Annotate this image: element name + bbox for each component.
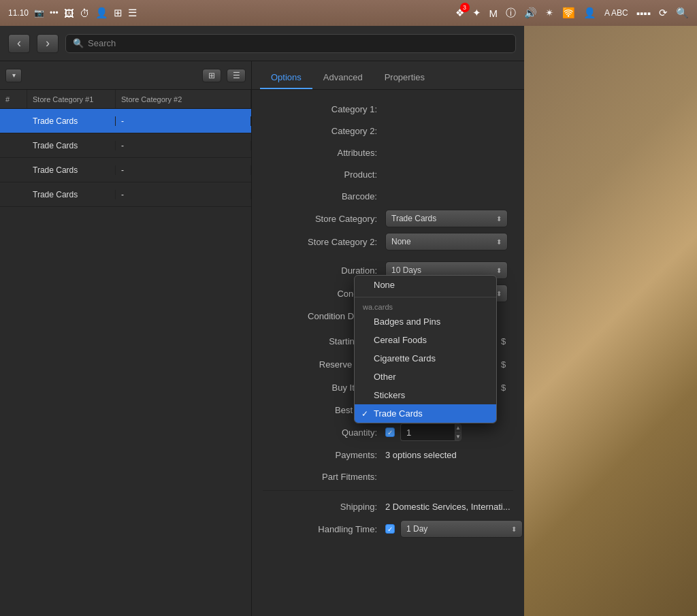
handling-time-checkbox[interactable]: ✓ bbox=[385, 524, 395, 534]
mail-icon[interactable]: M bbox=[489, 7, 498, 19]
search-menubar-icon[interactable]: 🔍 bbox=[676, 7, 689, 19]
handling-time-dropdown[interactable]: 1 Day ⬍ bbox=[400, 520, 523, 538]
cell-cat2: - bbox=[116, 116, 251, 126]
top-toolbar: ‹ › 🔍 Search bbox=[0, 26, 524, 61]
category1-label: Category 1: bbox=[263, 104, 385, 114]
cell-cat2: - bbox=[116, 190, 251, 199]
shipping-label: Shipping: bbox=[263, 502, 385, 512]
barcode-row: Barcode: bbox=[252, 185, 524, 207]
attributes-label: Attributes: bbox=[263, 148, 385, 158]
shipping-control: 2 Domestic Services, Internati... bbox=[385, 502, 513, 512]
starting-bid-currency: $ bbox=[501, 336, 506, 346]
trade-cards-label: Trade Cards bbox=[374, 408, 423, 419]
dropdown-item-cereal[interactable]: Cereal Foods bbox=[355, 331, 496, 349]
cell-cat1: Trade Cards bbox=[27, 116, 116, 126]
dropbox-icon[interactable]: ❖ 3 bbox=[455, 7, 464, 19]
cell-cat1: Trade Cards bbox=[27, 141, 116, 150]
camera-icon[interactable]: 🖼 bbox=[64, 7, 74, 19]
handling-time-control: ✓ 1 Day ⬍ bbox=[385, 520, 523, 538]
table-row[interactable]: Trade Cards - bbox=[0, 158, 251, 182]
table-body: Trade Cards - Trade Cards - Trade Cards … bbox=[0, 109, 251, 616]
user2-icon[interactable]: 👤 bbox=[583, 7, 596, 19]
left-panel: ▾ ⊞ ☰ # Store Category #1 Store Category… bbox=[0, 61, 252, 616]
cell-cat2: - bbox=[116, 141, 251, 150]
category2-label: Category 2: bbox=[263, 126, 385, 136]
handling-time-row: Handling Time: ✓ 1 Day ⬍ bbox=[252, 517, 524, 540]
dropbox2-icon[interactable]: ✦ bbox=[472, 7, 481, 19]
store-category2-row: Store Category 2: None ⬍ bbox=[252, 230, 524, 253]
info-icon[interactable]: ⓘ bbox=[506, 7, 516, 20]
keyboard-icon[interactable]: A ABC bbox=[604, 8, 628, 18]
forward-button[interactable]: › bbox=[37, 34, 59, 53]
tab-options[interactable]: Options bbox=[260, 67, 312, 89]
store-category2-value: None bbox=[391, 237, 411, 246]
check-icon: ✓ bbox=[387, 429, 393, 436]
cell-cat1: Trade Cards bbox=[27, 190, 116, 199]
volume-icon[interactable]: 🔊 bbox=[524, 7, 537, 19]
dropdown-item-other[interactable]: Other bbox=[355, 368, 496, 386]
store-category-row: Store Category: Trade Cards ⬍ None bbox=[252, 207, 524, 230]
cigarette-label: Cigarette Cards bbox=[374, 353, 436, 363]
column-header-cat1: Store Category #1 bbox=[27, 90, 116, 108]
other-label: Other bbox=[374, 372, 396, 382]
shipping-row: Shipping: 2 Domestic Services, Internati… bbox=[252, 496, 524, 517]
back-button[interactable]: ‹ bbox=[8, 34, 30, 53]
payments-control: 3 options selected bbox=[385, 450, 513, 460]
tab-advanced[interactable]: Advanced bbox=[312, 67, 374, 89]
quantity-checkbox[interactable]: ✓ bbox=[385, 427, 395, 437]
store-category-label: Store Category: bbox=[263, 214, 385, 224]
start-button[interactable]: 📷 bbox=[34, 8, 44, 18]
store-category2-dropdown[interactable]: None ⬍ bbox=[385, 233, 508, 250]
form-area: Category 1: Category 2: Attributes: bbox=[252, 90, 524, 616]
search-bar[interactable]: 🔍 Search bbox=[65, 34, 516, 53]
spinner-up[interactable]: ▲ bbox=[455, 424, 461, 433]
time-display: 11.10 bbox=[8, 8, 29, 18]
product-row: Product: bbox=[252, 163, 524, 185]
product-label: Product: bbox=[263, 169, 385, 180]
hamburger-icon[interactable]: ☰ bbox=[128, 7, 137, 19]
grid-view-button[interactable]: ⊞ bbox=[202, 69, 221, 82]
spinner-down[interactable]: ▼ bbox=[455, 433, 461, 441]
dropdown-toggle[interactable]: ▾ bbox=[5, 69, 22, 82]
app-window: ‹ › 🔍 Search ▾ ⊞ ☰ # Store bbox=[0, 26, 697, 616]
table-header: # Store Category #1 Store Category #2 bbox=[0, 90, 251, 109]
part-fitments-label: Part Fitments: bbox=[263, 472, 385, 482]
spinner-arrows: ▲ ▼ bbox=[455, 423, 461, 441]
none-label: None bbox=[374, 280, 395, 290]
dropdown-separator bbox=[355, 297, 496, 297]
table-row[interactable]: Trade Cards - bbox=[0, 182, 251, 207]
quantity-stepper[interactable]: ▲ ▼ bbox=[400, 423, 461, 441]
timer-icon[interactable]: ⏱ bbox=[80, 7, 90, 19]
table-row[interactable]: Trade Cards - bbox=[0, 109, 251, 133]
battery-icon[interactable]: ▪▪▪▪ bbox=[636, 7, 651, 19]
quantity-row: Quantity: ✓ ▲ ▼ bbox=[252, 421, 524, 444]
cereal-label: Cereal Foods bbox=[374, 335, 427, 345]
dropdown-item-cigarette[interactable]: Cigarette Cards bbox=[355, 349, 496, 368]
duration-arrow: ⬍ bbox=[496, 267, 502, 274]
table-row[interactable]: Trade Cards - bbox=[0, 133, 251, 158]
grid-icon[interactable]: ⊞ bbox=[114, 7, 123, 19]
more-button[interactable]: ••• bbox=[50, 8, 59, 18]
check-icon: ✓ bbox=[387, 525, 393, 533]
payments-row: Payments: 3 options selected bbox=[252, 444, 524, 466]
quantity-input[interactable] bbox=[400, 423, 455, 441]
dropdown-item-none[interactable]: None bbox=[355, 276, 496, 294]
dropdown-item-stickers[interactable]: Stickers bbox=[355, 386, 496, 404]
dropdown-group-label: wa.cards bbox=[355, 300, 496, 312]
wifi-icon[interactable]: 🛜 bbox=[562, 7, 575, 19]
search-placeholder: Search bbox=[88, 38, 116, 48]
list-view-button[interactable]: ☰ bbox=[227, 69, 246, 82]
category2-row: Category 2: bbox=[252, 120, 524, 142]
menubar-right: ❖ 3 ✦ M ⓘ 🔊 ✴ 🛜 👤 A ABC ▪▪▪▪ ⟳ 🔍 bbox=[455, 7, 689, 20]
store-category-dropdown[interactable]: Trade Cards ⬍ bbox=[385, 210, 508, 227]
handling-time-label: Handling Time: bbox=[263, 524, 385, 534]
bluetooth-icon[interactable]: ✴ bbox=[545, 7, 554, 19]
dropdown-item-badges[interactable]: Badges and Pins bbox=[355, 312, 496, 331]
store-category-value: Trade Cards bbox=[391, 214, 436, 223]
dropdown-item-trade-cards[interactable]: ✓ Trade Cards bbox=[355, 404, 496, 423]
window-content: ▾ ⊞ ☰ # Store Category #1 Store Category… bbox=[0, 61, 524, 616]
user-icon[interactable]: 👤 bbox=[95, 7, 108, 19]
duration-value: 10 Days bbox=[391, 265, 421, 275]
history-icon[interactable]: ⟳ bbox=[659, 7, 668, 19]
tab-properties[interactable]: Properties bbox=[374, 67, 436, 89]
